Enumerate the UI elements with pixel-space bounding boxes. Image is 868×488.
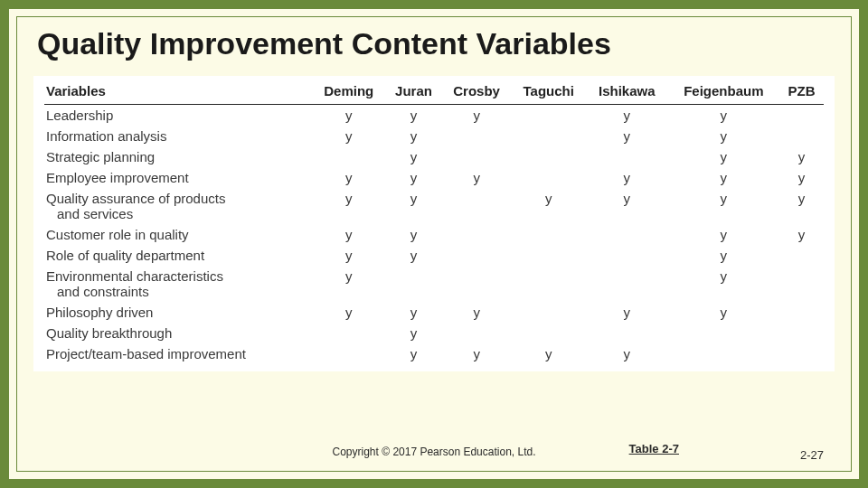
cell: y (586, 188, 668, 224)
cell: y (442, 105, 512, 127)
cell: y (586, 302, 668, 323)
cell (586, 266, 668, 302)
cell: y (586, 126, 668, 146)
cell (511, 266, 586, 302)
cell (442, 323, 512, 343)
variables-table: VariablesDemingJuranCrosbyTaguchiIshikaw… (44, 81, 824, 364)
col-header-juran: Juran (385, 81, 442, 105)
cell (511, 167, 586, 188)
cell: y (312, 126, 385, 146)
table-row: Role of quality departmentyyy (44, 245, 824, 266)
cell: y (668, 167, 780, 188)
cell (442, 245, 512, 266)
cell: y (668, 245, 780, 266)
table-container: VariablesDemingJuranCrosbyTaguchiIshikaw… (33, 76, 835, 371)
col-header-taguchi: Taguchi (511, 81, 586, 105)
cell: y (385, 126, 442, 146)
cell: y (511, 343, 586, 364)
row-label: Philosophy driven (44, 302, 312, 323)
cell (511, 245, 586, 266)
row-label: Information analysis (44, 126, 312, 146)
cell: y (312, 245, 385, 266)
cell (511, 323, 586, 343)
cell: y (668, 224, 780, 245)
cell (586, 323, 668, 343)
row-label: Environmental characteristicsand constra… (44, 266, 312, 302)
slide-inner-frame: Quality Improvement Content Variables Va… (16, 16, 852, 472)
cell (668, 343, 780, 364)
col-header-pzb: PZB (779, 81, 824, 105)
cell (312, 343, 385, 364)
table-row: Employee improvementyyyyyy (44, 167, 824, 188)
cell (312, 146, 385, 167)
cell (668, 323, 780, 343)
cell: y (385, 146, 442, 167)
cell (511, 224, 586, 245)
cell (442, 126, 512, 146)
slide-outer-frame: Quality Improvement Content Variables Va… (9, 9, 859, 479)
col-header-deming: Deming (312, 81, 385, 105)
cell: y (442, 167, 512, 188)
cell: y (586, 105, 668, 127)
cell: y (668, 188, 780, 224)
table-row: Information analysisyyyy (44, 126, 824, 146)
cell: y (668, 105, 780, 127)
table-header-row: VariablesDemingJuranCrosbyTaguchiIshikaw… (44, 81, 824, 105)
row-label: Project/team-based improvement (44, 343, 312, 364)
cell: y (312, 266, 385, 302)
cell: y (385, 245, 442, 266)
col-header-crosby: Crosby (442, 81, 512, 105)
cell: y (312, 224, 385, 245)
cell (511, 146, 586, 167)
cell: y (312, 105, 385, 127)
cell: y (385, 343, 442, 364)
cell (442, 266, 512, 302)
cell (511, 302, 586, 323)
cell (442, 188, 512, 224)
cell: y (668, 302, 780, 323)
col-header-feigenbaum: Feigenbaum (668, 81, 780, 105)
cell: y (385, 302, 442, 323)
table-row: Quality assurance of productsand service… (44, 188, 824, 224)
cell: y (312, 167, 385, 188)
cell (779, 323, 824, 343)
table-row: Customer role in qualityyyyy (44, 224, 824, 245)
cell (442, 146, 512, 167)
cell (779, 266, 824, 302)
cell (442, 224, 512, 245)
cell: y (312, 302, 385, 323)
cell: y (586, 167, 668, 188)
cell (312, 323, 385, 343)
cell: y (668, 126, 780, 146)
cell: y (442, 343, 512, 364)
table-row: Strategic planningyyy (44, 146, 824, 167)
table-body: LeadershipyyyyyInformation analysisyyyyS… (44, 105, 824, 365)
cell: y (385, 224, 442, 245)
copyright-text: Copyright © 2017 Pearson Education, Ltd. (333, 446, 536, 458)
cell: y (668, 266, 780, 302)
col-header-ishikawa: Ishikawa (586, 81, 668, 105)
row-label: Customer role in quality (44, 224, 312, 245)
cell: y (779, 146, 824, 167)
cell: y (385, 167, 442, 188)
cell (779, 302, 824, 323)
page-number: 2-27 (800, 448, 824, 462)
table-row: Philosophy drivenyyyyy (44, 302, 824, 323)
row-label: Quality assurance of productsand service… (44, 188, 312, 224)
table-header: VariablesDemingJuranCrosbyTaguchiIshikaw… (44, 81, 824, 105)
cell: y (385, 105, 442, 127)
table-row: Leadershipyyyyy (44, 105, 824, 127)
col-header-variables: Variables (44, 81, 312, 105)
cell: y (385, 188, 442, 224)
cell (779, 105, 824, 127)
cell: y (385, 323, 442, 343)
cell: y (668, 146, 780, 167)
cell (779, 343, 824, 364)
cell: y (511, 188, 586, 224)
table-row: Quality breakthroughy (44, 323, 824, 343)
cell: y (779, 167, 824, 188)
cell: y (442, 302, 512, 323)
slide-title: Quality Improvement Content Variables (17, 17, 851, 76)
row-label: Strategic planning (44, 146, 312, 167)
table-label: Table 2-7 (629, 442, 679, 455)
